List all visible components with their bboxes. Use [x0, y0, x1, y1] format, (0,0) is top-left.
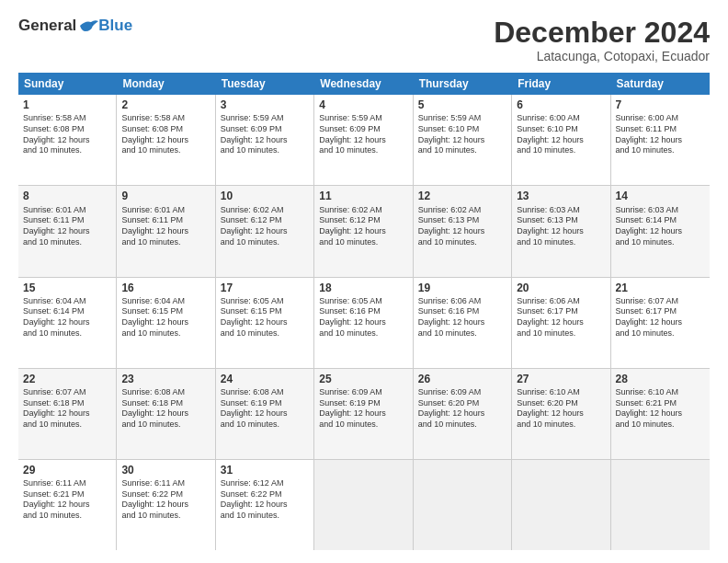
calendar-cell: 13Sunrise: 6:03 AM Sunset: 6:13 PM Dayli… [512, 186, 610, 276]
day-number: 4 [319, 98, 407, 112]
day-number: 10 [221, 189, 309, 203]
day-number: 24 [221, 372, 309, 386]
day-number: 27 [517, 372, 605, 386]
cell-info: Sunrise: 6:09 AM Sunset: 6:19 PM Dayligh… [319, 387, 407, 431]
calendar-cell: 23Sunrise: 6:08 AM Sunset: 6:18 PM Dayli… [117, 369, 215, 459]
cell-info: Sunrise: 6:06 AM Sunset: 6:17 PM Dayligh… [517, 296, 605, 339]
cell-info: Sunrise: 6:05 AM Sunset: 6:16 PM Dayligh… [319, 296, 407, 339]
day-number: 30 [121, 463, 210, 477]
day-number: 7 [616, 98, 705, 112]
calendar-cell [611, 460, 710, 550]
calendar-cell: 25Sunrise: 6:09 AM Sunset: 6:19 PM Dayli… [314, 369, 413, 459]
calendar-cell [512, 460, 610, 550]
logo-bird-icon [78, 18, 98, 33]
logo: General Blue [18, 17, 132, 35]
header-day-saturday: Saturday [611, 73, 710, 95]
cell-info: Sunrise: 6:02 AM Sunset: 6:12 PM Dayligh… [221, 205, 309, 248]
day-number: 11 [319, 189, 407, 203]
calendar-row-1: 8Sunrise: 6:01 AM Sunset: 6:11 PM Daylig… [18, 186, 710, 277]
calendar-cell: 19Sunrise: 6:06 AM Sunset: 6:16 PM Dayli… [414, 278, 512, 368]
cell-info: Sunrise: 6:00 AM Sunset: 6:11 PM Dayligh… [616, 113, 705, 156]
cell-info: Sunrise: 6:05 AM Sunset: 6:15 PM Dayligh… [221, 296, 309, 339]
calendar-cell: 9Sunrise: 6:01 AM Sunset: 6:11 PM Daylig… [117, 186, 215, 276]
day-number: 25 [319, 372, 407, 386]
calendar-cell: 28Sunrise: 6:10 AM Sunset: 6:21 PM Dayli… [611, 369, 710, 459]
cell-info: Sunrise: 6:04 AM Sunset: 6:14 PM Dayligh… [23, 296, 111, 339]
cell-info: Sunrise: 6:04 AM Sunset: 6:15 PM Dayligh… [121, 296, 210, 339]
cell-info: Sunrise: 6:08 AM Sunset: 6:18 PM Dayligh… [121, 387, 210, 431]
calendar-cell: 24Sunrise: 6:08 AM Sunset: 6:19 PM Dayli… [216, 369, 314, 459]
cell-info: Sunrise: 5:58 AM Sunset: 6:08 PM Dayligh… [23, 113, 111, 156]
cell-info: Sunrise: 6:09 AM Sunset: 6:20 PM Dayligh… [418, 387, 506, 431]
cell-info: Sunrise: 5:59 AM Sunset: 6:09 PM Dayligh… [319, 113, 407, 156]
calendar-cell: 31Sunrise: 6:12 AM Sunset: 6:22 PM Dayli… [216, 460, 314, 550]
cell-info: Sunrise: 5:59 AM Sunset: 6:10 PM Dayligh… [418, 113, 506, 156]
cell-info: Sunrise: 6:03 AM Sunset: 6:14 PM Dayligh… [616, 205, 705, 248]
day-number: 8 [23, 189, 111, 203]
calendar-cell: 2Sunrise: 5:58 AM Sunset: 6:08 PM Daylig… [117, 95, 215, 185]
calendar-row-3: 22Sunrise: 6:07 AM Sunset: 6:18 PM Dayli… [18, 369, 710, 460]
day-number: 12 [418, 189, 506, 203]
day-number: 16 [121, 281, 210, 295]
calendar-cell: 18Sunrise: 6:05 AM Sunset: 6:16 PM Dayli… [314, 278, 413, 368]
day-number: 14 [616, 189, 705, 203]
calendar-cell: 10Sunrise: 6:02 AM Sunset: 6:12 PM Dayli… [216, 186, 314, 276]
day-number: 20 [517, 281, 605, 295]
calendar-cell: 6Sunrise: 6:00 AM Sunset: 6:10 PM Daylig… [512, 95, 610, 185]
cell-info: Sunrise: 6:10 AM Sunset: 6:20 PM Dayligh… [517, 387, 605, 431]
title-block: December 2024 Latacunga, Cotopaxi, Ecuad… [494, 17, 710, 63]
day-number: 21 [616, 281, 705, 295]
calendar-row-4: 29Sunrise: 6:11 AM Sunset: 6:21 PM Dayli… [18, 460, 710, 550]
calendar-cell [414, 460, 512, 550]
cell-info: Sunrise: 6:11 AM Sunset: 6:22 PM Dayligh… [121, 478, 210, 522]
header-day-wednesday: Wednesday [314, 73, 413, 95]
day-number: 2 [121, 98, 210, 112]
calendar-cell: 1Sunrise: 5:58 AM Sunset: 6:08 PM Daylig… [18, 95, 117, 185]
header: General Blue December 2024 Latacunga, Co… [18, 17, 710, 63]
cell-info: Sunrise: 6:02 AM Sunset: 6:13 PM Dayligh… [418, 205, 506, 248]
calendar-cell: 11Sunrise: 6:02 AM Sunset: 6:12 PM Dayli… [314, 186, 413, 276]
header-day-thursday: Thursday [414, 73, 512, 95]
calendar-cell: 17Sunrise: 6:05 AM Sunset: 6:15 PM Dayli… [216, 278, 314, 368]
calendar-cell [314, 460, 413, 550]
calendar-cell: 15Sunrise: 6:04 AM Sunset: 6:14 PM Dayli… [18, 278, 117, 368]
logo-text: General Blue [18, 17, 132, 35]
calendar-cell: 7Sunrise: 6:00 AM Sunset: 6:11 PM Daylig… [611, 95, 710, 185]
calendar-cell: 30Sunrise: 6:11 AM Sunset: 6:22 PM Dayli… [117, 460, 215, 550]
day-number: 19 [418, 281, 506, 295]
day-number: 29 [23, 463, 111, 477]
logo-general: General [18, 17, 76, 35]
cell-info: Sunrise: 6:01 AM Sunset: 6:11 PM Dayligh… [121, 205, 210, 248]
cell-info: Sunrise: 6:03 AM Sunset: 6:13 PM Dayligh… [517, 205, 605, 248]
day-number: 31 [221, 463, 309, 477]
cell-info: Sunrise: 6:12 AM Sunset: 6:22 PM Dayligh… [221, 478, 309, 522]
header-day-friday: Friday [512, 73, 610, 95]
cell-info: Sunrise: 6:08 AM Sunset: 6:19 PM Dayligh… [221, 387, 309, 431]
calendar-cell: 8Sunrise: 6:01 AM Sunset: 6:11 PM Daylig… [18, 186, 117, 276]
calendar: SundayMondayTuesdayWednesdayThursdayFrid… [18, 73, 710, 550]
header-day-tuesday: Tuesday [216, 73, 314, 95]
day-number: 6 [517, 98, 605, 112]
day-number: 9 [121, 189, 210, 203]
day-number: 17 [221, 281, 309, 295]
cell-info: Sunrise: 6:00 AM Sunset: 6:10 PM Dayligh… [517, 113, 605, 156]
day-number: 28 [616, 372, 705, 386]
calendar-cell: 22Sunrise: 6:07 AM Sunset: 6:18 PM Dayli… [18, 369, 117, 459]
day-number: 13 [517, 189, 605, 203]
calendar-row-2: 15Sunrise: 6:04 AM Sunset: 6:14 PM Dayli… [18, 278, 710, 369]
cell-info: Sunrise: 6:01 AM Sunset: 6:11 PM Dayligh… [23, 205, 111, 248]
calendar-cell: 3Sunrise: 5:59 AM Sunset: 6:09 PM Daylig… [216, 95, 314, 185]
day-number: 23 [121, 372, 210, 386]
calendar-row-0: 1Sunrise: 5:58 AM Sunset: 6:08 PM Daylig… [18, 95, 710, 186]
calendar-cell: 29Sunrise: 6:11 AM Sunset: 6:21 PM Dayli… [18, 460, 117, 550]
day-number: 1 [23, 98, 111, 112]
location-subtitle: Latacunga, Cotopaxi, Ecuador [494, 49, 710, 63]
header-day-sunday: Sunday [18, 73, 117, 95]
page: General Blue December 2024 Latacunga, Co… [0, 0, 728, 563]
calendar-cell: 5Sunrise: 5:59 AM Sunset: 6:10 PM Daylig… [414, 95, 512, 185]
calendar-cell: 27Sunrise: 6:10 AM Sunset: 6:20 PM Dayli… [512, 369, 610, 459]
calendar-cell: 12Sunrise: 6:02 AM Sunset: 6:13 PM Dayli… [414, 186, 512, 276]
month-title: December 2024 [494, 17, 710, 49]
day-number: 22 [23, 372, 111, 386]
calendar-cell: 14Sunrise: 6:03 AM Sunset: 6:14 PM Dayli… [611, 186, 710, 276]
